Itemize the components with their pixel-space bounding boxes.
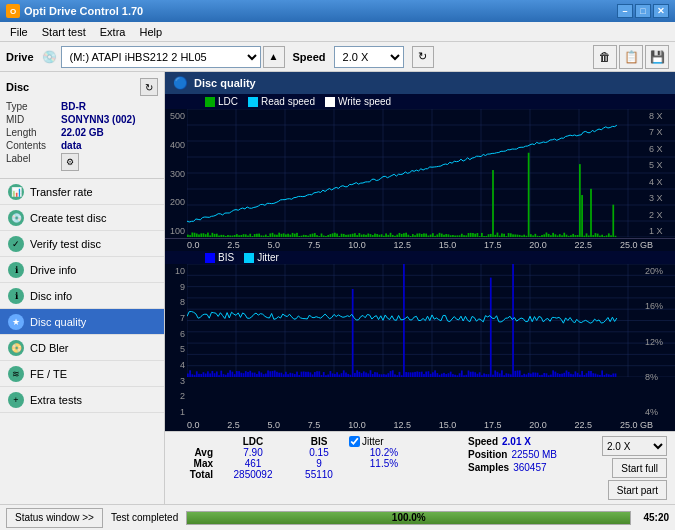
drive-eject-button[interactable]: ▲ [263,46,285,68]
speed-refresh-button[interactable]: ↻ [412,46,434,68]
toolbar-erase-button[interactable]: 🗑 [593,45,617,69]
menu-extra[interactable]: Extra [94,24,132,40]
sidebar-item-verify-test-disc[interactable]: ✓ Verify test disc [0,231,164,257]
legend-jitter-label: Jitter [257,252,279,263]
sidebar-item-disc-quality[interactable]: ★ Disc quality [0,309,164,335]
legend-read-speed-label: Read speed [261,96,315,107]
disc-label-label: Label [6,152,61,172]
x-17-5: 17.5 [484,240,502,250]
speed-info: Speed 2.01 X Position 22550 MB Samples 3… [468,436,598,473]
toolbar-save-button[interactable]: 💾 [645,45,669,69]
lower-x-labels: 0.0 2.5 5.0 7.5 10.0 12.5 15.0 17.5 20.0… [165,419,675,431]
maximize-button[interactable]: □ [635,4,651,18]
disc-length-value: 22.02 GB [61,126,158,139]
status-text: Test completed [111,512,178,523]
y-l-7: 7 [165,313,185,323]
drive-select[interactable]: (M:) ATAPI iHBS212 2 HL05 [61,46,261,68]
legend-ldc-label: LDC [218,96,238,107]
disc-refresh-button[interactable]: ↻ [140,78,158,96]
xl-25: 25.0 GB [620,420,653,430]
speed-setting-select[interactable]: 2.0 X [602,436,667,456]
max-jitter: 11.5% [349,458,419,469]
lower-legend: BIS Jitter [165,251,675,264]
disc-label-button[interactable]: ⚙ [61,153,79,171]
write-speed-color-dot [325,97,335,107]
disc-contents-value: data [61,139,158,152]
disc-quality-header-icon: 🔵 [173,76,188,90]
sidebar-label-create-test-disc: Create test disc [30,212,106,224]
upper-legend: LDC Read speed Write speed [165,94,675,109]
sidebar-item-cd-bler[interactable]: 📀 CD Bler [0,335,164,361]
position-label: Position [468,449,507,460]
sidebar-item-disc-info[interactable]: ℹ Disc info [0,283,164,309]
legend-jitter: Jitter [244,252,279,263]
sidebar-item-create-test-disc[interactable]: 💿 Create test disc [0,205,164,231]
sidebar-label-disc-info: Disc info [30,290,72,302]
disc-label-row: Label ⚙ [6,152,158,172]
x-0: 0.0 [187,240,200,250]
x-12-5: 12.5 [393,240,411,250]
legend-bis-label: BIS [218,252,234,263]
sidebar-label-verify-test-disc: Verify test disc [30,238,101,250]
avg-ldc: 7.90 [217,447,289,458]
max-label: Max [173,458,217,469]
status-time: 45:20 [643,512,669,523]
y-r-8: 8% [645,372,675,382]
start-part-button[interactable]: Start part [608,480,667,500]
app-icon: O [6,4,20,18]
y-l-5: 5 [165,344,185,354]
legend-bis: BIS [205,252,234,263]
sidebar-label-fe-te: FE / TE [30,368,67,380]
minimize-button[interactable]: – [617,4,633,18]
jitter-checkbox[interactable] [349,436,360,447]
bis-header: BIS [289,436,349,447]
menu-help[interactable]: Help [133,24,168,40]
y-l-2: 2 [165,391,185,401]
speed-stat-value: 2.01 X [502,436,531,447]
sidebar-item-drive-info[interactable]: ℹ Drive info [0,257,164,283]
disc-length-row: Length 22.02 GB [6,126,158,139]
disc-type-row: Type BD-R [6,100,158,113]
stats-table: LDC BIS Jitter Avg 7.90 0.15 10.2% [173,436,464,480]
drive-label: Drive [6,51,34,63]
speed-select[interactable]: 2.0 X [334,46,404,68]
jitter-color-dot [244,253,254,263]
y-l-6: 6 [165,329,185,339]
sidebar-item-transfer-rate[interactable]: 📊 Transfer rate [0,179,164,205]
x-25: 25.0 GB [620,240,653,250]
xl-17-5: 17.5 [484,420,502,430]
close-button[interactable]: ✕ [653,4,669,18]
legend-read-speed: Read speed [248,96,315,107]
y-l-9: 9 [165,282,185,292]
y-right-4x: 4 X [649,177,675,187]
y-right-1x: 1 X [649,226,675,236]
y-right-6x: 6 X [649,144,675,154]
menu-start-test[interactable]: Start test [36,24,92,40]
y-l-3: 3 [165,376,185,386]
upper-x-labels: 0.0 2.5 5.0 7.5 10.0 12.5 15.0 17.5 20.0… [165,239,675,251]
y-left-300: 300 [165,169,185,179]
avg-label: Avg [173,447,217,458]
y-right-2x: 2 X [649,210,675,220]
avg-bis: 0.15 [289,447,349,458]
toolbar-copy-button[interactable]: 📋 [619,45,643,69]
x-15: 15.0 [439,240,457,250]
sidebar-menu: 📊 Transfer rate 💿 Create test disc ✓ Ver… [0,179,164,504]
y-l-4: 4 [165,360,185,370]
disc-quality-header: 🔵 Disc quality [165,72,675,94]
total-ldc: 2850092 [217,469,289,480]
status-window-button[interactable]: Status window >> [6,508,103,528]
drive-bar: Drive 💿 (M:) ATAPI iHBS212 2 HL05 ▲ Spee… [0,42,675,72]
disc-quality-icon: ★ [8,314,24,330]
status-bar: Status window >> Test completed 100.0% 4… [0,504,675,530]
sidebar-item-extra-tests[interactable]: + Extra tests [0,387,164,413]
xl-0: 0.0 [187,420,200,430]
start-full-button[interactable]: Start full [612,458,667,478]
sidebar-item-fe-te[interactable]: ≋ FE / TE [0,361,164,387]
total-bis: 55110 [289,469,349,480]
stats-area: LDC BIS Jitter Avg 7.90 0.15 10.2% [165,431,675,504]
disc-type-value: BD-R [61,100,158,113]
menu-file[interactable]: File [4,24,34,40]
sidebar-label-disc-quality: Disc quality [30,316,86,328]
create-test-disc-icon: 💿 [8,210,24,226]
